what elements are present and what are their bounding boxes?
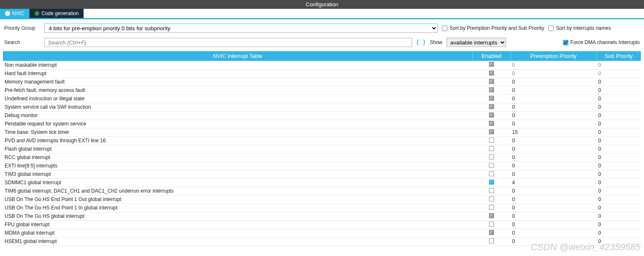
table-row[interactable]: Pre-fetch fault, memory access fault00 [3,86,641,94]
cell-sub[interactable]: 0 [597,69,641,78]
cell-preempt[interactable]: 0 [510,103,597,111]
cell-preempt[interactable]: 0 [510,212,597,220]
table-row[interactable]: TIM3 global interrupt00 [3,170,641,178]
cell-preempt[interactable]: 0 [510,187,597,195]
cell-preempt[interactable]: 0 [510,111,597,120]
cell-preempt[interactable]: 0 [510,69,597,78]
enabled-checkbox[interactable] [489,121,494,126]
enabled-checkbox[interactable] [489,79,494,84]
cell-preempt[interactable]: 0 [510,220,597,229]
table-row[interactable]: Non maskable interrupt00 [3,61,641,69]
cell-name: FPU global interrupt [3,220,473,229]
enabled-checkbox[interactable] [489,196,494,201]
enabled-checkbox[interactable] [489,154,494,159]
cell-preempt[interactable]: 0 [510,78,597,86]
force-dma-checkbox[interactable] [563,40,568,45]
cell-preempt[interactable]: 0 [510,229,597,237]
enabled-checkbox[interactable] [489,87,494,92]
cell-sub[interactable]: 0 [597,145,641,153]
enabled-checkbox[interactable] [489,205,494,210]
cell-sub[interactable]: 0 [597,103,641,111]
enabled-checkbox[interactable] [489,138,494,143]
table-row[interactable]: RCC global interrupt00 [3,153,641,162]
sort-names-checkbox[interactable] [548,26,554,31]
enabled-checkbox[interactable] [489,96,494,101]
cell-preempt[interactable]: 0 [510,61,597,69]
table-row[interactable]: Flash global interrupt00 [3,145,641,153]
sort-priority-checkbox[interactable] [442,26,447,31]
show-select[interactable]: available interrupts [447,38,506,47]
cell-preempt[interactable]: 0 [510,162,597,170]
enabled-checkbox[interactable] [489,238,494,243]
cell-sub[interactable]: 0 [597,94,641,103]
table-row[interactable]: Hard fault interrupt00 [3,69,641,78]
cell-sub[interactable]: 0 [597,61,641,69]
cell-preempt[interactable]: 0 [510,145,597,153]
cell-sub[interactable]: 0 [597,86,641,94]
cell-sub[interactable]: 0 [597,128,641,136]
enabled-checkbox[interactable] [489,146,494,151]
cell-sub[interactable]: 0 [597,78,641,86]
cell-sub[interactable]: 0 [597,136,641,145]
cell-sub[interactable]: 0 [597,237,641,246]
cell-sub[interactable]: 0 [597,187,641,195]
priority-group-select[interactable]: 4 bits for pre-emption priority 0 bits f… [44,24,438,33]
table-row[interactable]: MDMA global interrupt00 [3,229,641,237]
enabled-checkbox[interactable] [489,71,494,76]
table-row[interactable]: Time base: System tick timer150 [3,128,641,136]
cell-sub[interactable]: 0 [597,220,641,229]
table-row[interactable]: System service call via SWI instruction0… [3,103,641,111]
table-row[interactable]: USB On The Go HS End Point 1 Out global … [3,195,641,204]
table-row[interactable]: FPU global interrupt00 [3,220,641,229]
prev-icon[interactable]: ⟨ [416,39,419,46]
cell-sub[interactable]: 0 [597,212,641,220]
cell-preempt[interactable]: 0 [510,153,597,162]
next-icon[interactable]: ⟩ [423,39,426,46]
cell-preempt[interactable]: 0 [510,120,597,128]
table-row[interactable]: TIM6 global interrupt, DAC1_CH1 and DAC1… [3,187,641,195]
tab-nvic[interactable]: ✓ NVIC [0,9,29,18]
enabled-checkbox[interactable] [489,112,494,118]
cell-sub[interactable]: 0 [597,229,641,237]
table-row[interactable]: USB On The Go HS End Point 1 In global i… [3,204,641,212]
enabled-checkbox[interactable] [489,188,494,193]
enabled-checkbox[interactable] [489,230,494,235]
table-row[interactable]: Undefined instruction or illegal state00 [3,94,641,103]
table-row[interactable]: HSEM1 global interrupt00 [3,237,641,246]
cell-sub[interactable]: 0 [597,162,641,170]
cell-preempt[interactable]: 0 [510,204,597,212]
cell-sub[interactable]: 0 [597,111,641,120]
cell-preempt[interactable]: 0 [510,237,597,246]
search-input[interactable] [44,38,412,47]
table-row[interactable]: Pendable request for system service00 [3,120,641,128]
enabled-checkbox[interactable] [489,104,494,109]
table-row[interactable]: SDMMC1 global interrupt40 [3,178,641,187]
col-sub: Sub Priority [597,51,641,61]
table-row[interactable]: USB On The Go HS global interrupt00 [3,212,641,220]
table-row[interactable]: Memory management fault00 [3,78,641,86]
enabled-checkbox[interactable] [489,213,494,218]
table-row[interactable]: Debug monitor00 [3,111,641,120]
cell-sub[interactable]: 0 [597,195,641,204]
cell-sub[interactable]: 0 [597,178,641,187]
enabled-checkbox[interactable] [489,129,494,134]
tab-codegen[interactable]: ✓ Code generation [29,9,84,18]
enabled-checkbox[interactable] [489,62,494,67]
table-row[interactable]: EXTI line[9:5] interrupts00 [3,162,641,170]
cell-sub[interactable]: 0 [597,170,641,178]
cell-sub[interactable]: 0 [597,204,641,212]
cell-preempt[interactable]: 0 [510,136,597,145]
enabled-checkbox[interactable] [489,163,494,168]
cell-sub[interactable]: 0 [597,120,641,128]
cell-preempt[interactable]: 0 [510,195,597,204]
enabled-checkbox[interactable] [489,222,494,227]
cell-preempt[interactable]: 0 [510,86,597,94]
enabled-checkbox[interactable] [489,180,494,185]
cell-preempt[interactable]: 0 [510,170,597,178]
table-row[interactable]: PVD and AVD interrupts through EXTI line… [3,136,641,145]
enabled-checkbox[interactable] [489,171,494,176]
cell-preempt[interactable]: 15 [510,128,597,136]
cell-preempt[interactable]: 0 [510,94,597,103]
cell-preempt[interactable]: 4 [510,178,597,187]
cell-sub[interactable]: 0 [597,153,641,162]
